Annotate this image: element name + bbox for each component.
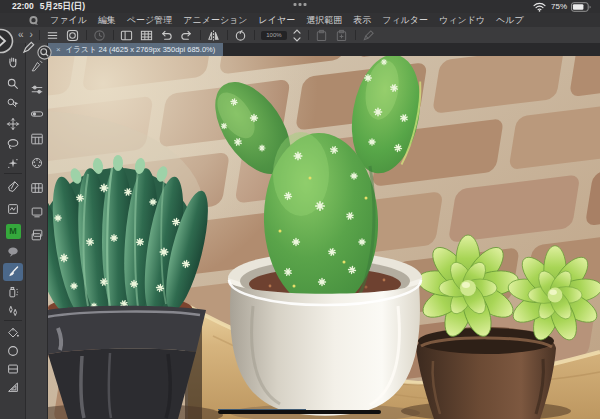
artwork xyxy=(48,56,600,419)
edge-command-button[interactable] xyxy=(0,27,15,59)
material-palette-icon[interactable] xyxy=(29,203,45,221)
blend-tool[interactable] xyxy=(3,302,23,320)
menu-page[interactable]: ページ管理 xyxy=(127,14,172,27)
menu-bar: ファイル 編集 ページ管理 アニメーション レイヤー 選択範囲 表示 フィルター… xyxy=(0,13,600,27)
menu-layer[interactable]: レイヤー xyxy=(259,14,296,27)
color-set-palette-icon[interactable] xyxy=(29,179,45,197)
copy-icon[interactable] xyxy=(315,28,329,42)
selection-lasso-tool[interactable] xyxy=(3,135,23,153)
zoom-stepper-icon[interactable] xyxy=(293,28,302,42)
tab-title: イラスト 24 (4625 x 2769px 350dpi 685.0%) xyxy=(66,45,216,55)
fill-bucket-tool[interactable] xyxy=(3,324,23,342)
battery-icon xyxy=(571,0,592,14)
paste-icon[interactable] xyxy=(335,28,349,42)
brush-size-palette-icon[interactable] xyxy=(29,105,45,123)
clip-studio-logo[interactable] xyxy=(28,15,39,26)
frame-border-tool[interactable] xyxy=(3,360,23,378)
menu-selection[interactable]: 選択範囲 xyxy=(306,14,342,27)
gray-pot xyxy=(48,306,206,419)
undo-icon[interactable] xyxy=(160,28,174,42)
redo-icon[interactable] xyxy=(180,28,194,42)
material-tool-badge: M xyxy=(6,224,21,239)
companion-mode-icon[interactable] xyxy=(66,28,80,42)
operation-tool[interactable] xyxy=(3,95,23,113)
document-tab-bar: × イラスト 24 (4625 x 2769px 350dpi 685.0%) xyxy=(0,43,600,56)
main-menu-icon[interactable] xyxy=(46,28,60,42)
window-layout-icon[interactable] xyxy=(120,28,134,42)
decoration-tool[interactable] xyxy=(3,200,23,218)
zoom-value-display: 100% xyxy=(261,31,287,40)
ruler-tool[interactable] xyxy=(3,378,23,396)
layer-palette-icon[interactable] xyxy=(29,226,45,244)
menu-window[interactable]: ウィンドウ xyxy=(439,14,485,27)
tab-close-icon[interactable]: × xyxy=(56,45,61,54)
menu-edit[interactable]: 編集 xyxy=(98,14,116,27)
menu-help[interactable]: ヘルプ xyxy=(496,14,524,27)
menu-view[interactable]: 表示 xyxy=(353,14,371,27)
clock-date: 5月25日(日) xyxy=(40,1,85,13)
brush-tool-selected[interactable] xyxy=(3,263,23,281)
command-bar: « › xyxy=(0,27,600,43)
quick-pen-icon[interactable] xyxy=(23,39,35,57)
flip-horizontal-icon[interactable] xyxy=(207,28,221,42)
wifi-icon xyxy=(533,0,547,14)
menu-animation[interactable]: アニメーション xyxy=(183,14,247,27)
battery-percent: 75% xyxy=(551,2,567,11)
palette-dock xyxy=(26,43,48,419)
auto-select-wand-tool[interactable] xyxy=(3,155,23,173)
multitask-dots-icon[interactable] xyxy=(294,3,307,6)
tool-bar: M xyxy=(0,43,26,419)
subtool-detail-palette-icon[interactable] xyxy=(29,130,45,148)
white-pot-front xyxy=(228,278,422,416)
home-indicator[interactable] xyxy=(218,410,381,414)
menu-filter[interactable]: フィルター xyxy=(382,14,428,27)
menu-file[interactable]: ファイル xyxy=(50,14,87,27)
zoom-tool[interactable] xyxy=(3,75,23,93)
status-bar: 22:00 5月25日(日) 75% xyxy=(0,0,600,13)
move-layer-tool[interactable] xyxy=(3,115,23,133)
material-tool[interactable]: M xyxy=(3,222,23,240)
canvas[interactable] xyxy=(48,56,600,419)
rotate-reset-icon[interactable] xyxy=(234,28,248,42)
balloon-tool[interactable] xyxy=(3,243,23,261)
color-wheel-palette-icon[interactable] xyxy=(29,154,45,172)
edit-pencil-icon[interactable] xyxy=(362,28,376,42)
app-window: 22:00 5月25日(日) 75% xyxy=(0,0,600,419)
grid-view-icon[interactable] xyxy=(140,28,154,42)
quick-zoom-button[interactable] xyxy=(37,45,52,64)
document-tab[interactable]: × イラスト 24 (4625 x 2769px 350dpi 685.0%) xyxy=(48,43,223,56)
tool-property-palette-icon[interactable] xyxy=(29,81,45,99)
succulent-pot xyxy=(416,327,556,419)
clock-time: 22:00 xyxy=(12,1,34,13)
pen-tool[interactable] xyxy=(3,178,23,196)
airbrush-tool[interactable] xyxy=(3,283,23,301)
figure-tool[interactable] xyxy=(3,342,23,360)
history-icon[interactable] xyxy=(93,28,107,42)
